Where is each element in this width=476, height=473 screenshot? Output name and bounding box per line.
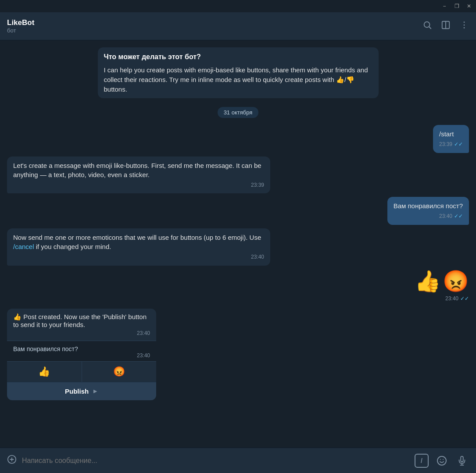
bot-card: 👍 Post created. Now use the 'Publish' bu…	[7, 309, 156, 400]
titlebar: − ❐ ✕	[0, 0, 476, 12]
bot-msg1-container: Let's create a message with emoji like-b…	[7, 156, 469, 194]
emoji-row: 👍 😡	[415, 269, 469, 294]
user-emoji-bubble: 👍 😡 23:40 ✓✓	[415, 269, 469, 302]
emoji-angry: 😡	[443, 269, 469, 294]
publish-button[interactable]: Publish ►	[7, 382, 156, 400]
user-msg2-text: Вам понравился пост?	[394, 202, 463, 210]
user-start-bubble: /start 23:39 ✓✓	[433, 125, 469, 153]
intro-bubble: Что может делать этот бот? I can help yo…	[98, 47, 379, 98]
user-start-text: /start	[439, 130, 454, 138]
svg-line-1	[429, 27, 431, 28]
header-actions	[422, 20, 469, 32]
layout-icon[interactable]	[441, 20, 451, 32]
preview-time: 23:40	[13, 352, 150, 359]
input-bar: /	[0, 448, 476, 473]
input-actions: /	[415, 454, 469, 468]
svg-point-6	[464, 27, 465, 28]
svg-point-4	[464, 21, 465, 23]
bot-card-time: 23:40	[13, 330, 150, 336]
date-badge: 31 октября	[218, 107, 259, 118]
user-msg2-time: 23:40 ✓✓	[394, 213, 463, 220]
intro-message-container: Что может делать этот бот? I can help yo…	[7, 47, 469, 98]
commands-icon: /	[421, 457, 422, 464]
bot-msg2-bubble: Now send me one or more emoticons that w…	[7, 228, 270, 266]
user-start-container: /start 23:39 ✓✓	[7, 125, 469, 153]
bot-card-preview: Вам понравился пост? 23:40	[7, 341, 156, 361]
user-emoji-time: 23:40 ✓✓	[445, 295, 469, 302]
intro-title: Что может делать этот бот?	[104, 52, 372, 62]
chat-header: LikeBot бот	[0, 12, 476, 40]
bot-msg2-container: Now send me one or more emoticons that w…	[7, 228, 469, 266]
publish-icon: ►	[92, 388, 98, 395]
angry-button[interactable]: 😡	[82, 362, 157, 382]
header-info: LikeBot бот	[7, 18, 422, 34]
checkmarks: ✓✓	[454, 141, 463, 148]
date-separator: 31 октября	[7, 107, 469, 118]
chat-area: Что может делать этот бот? I can help yo…	[0, 40, 476, 448]
thumbsup-button[interactable]: 👍	[7, 362, 82, 382]
emoji-thumbsup: 👍	[415, 269, 441, 294]
bot-msg1-text: Let's create a message with emoji like-b…	[13, 162, 261, 179]
chat-title: LikeBot	[7, 18, 422, 27]
user-msg2-container: Вам понравился пост? 23:40 ✓✓	[7, 197, 469, 224]
mic-button[interactable]	[455, 454, 469, 468]
user-emoji-checkmarks: ✓✓	[460, 295, 469, 302]
chat-subtitle: бот	[7, 27, 422, 34]
preview-text: Вам понравился пост?	[13, 345, 150, 352]
bot-card-text: 👍 Post created. Now use the 'Publish' bu…	[7, 309, 156, 341]
bot-msg2-text-after: if you changed your mind.	[34, 243, 111, 250]
search-icon[interactable]	[422, 20, 432, 32]
bot-msg2-time: 23:40	[13, 253, 264, 261]
bot-msg1-bubble: Let's create a message with emoji like-b…	[7, 156, 270, 194]
bot-msg1-time: 23:39	[13, 181, 264, 189]
publish-label: Publish	[65, 388, 89, 395]
emoji-button[interactable]	[435, 454, 449, 468]
user-start-time: 23:39 ✓✓	[439, 141, 463, 148]
minimize-button[interactable]: −	[441, 3, 448, 10]
intro-text: I can help you create posts with emoji-b…	[104, 65, 372, 94]
maximize-button[interactable]: ❐	[453, 3, 460, 10]
bot-card-buttons: 👍 😡	[7, 361, 156, 382]
close-button[interactable]: ✕	[465, 3, 472, 10]
user-msg2-checkmarks: ✓✓	[454, 213, 463, 220]
message-input[interactable]	[22, 457, 409, 465]
svg-point-0	[424, 22, 430, 28]
user-emoji-container: 👍 😡 23:40 ✓✓	[7, 269, 469, 302]
user-msg2-bubble: Вам понравился пост? 23:40 ✓✓	[387, 197, 469, 224]
commands-button[interactable]: /	[415, 454, 429, 468]
more-icon[interactable]	[459, 20, 469, 32]
bot-card-container: 👍 Post created. Now use the 'Publish' bu…	[7, 305, 469, 400]
cancel-link[interactable]: /cancel	[13, 243, 34, 250]
attach-icon[interactable]	[7, 455, 17, 467]
svg-point-5	[464, 25, 465, 26]
bot-msg2-text-before: Now send me one or more emoticons that w…	[13, 234, 261, 241]
svg-point-10	[437, 456, 446, 465]
